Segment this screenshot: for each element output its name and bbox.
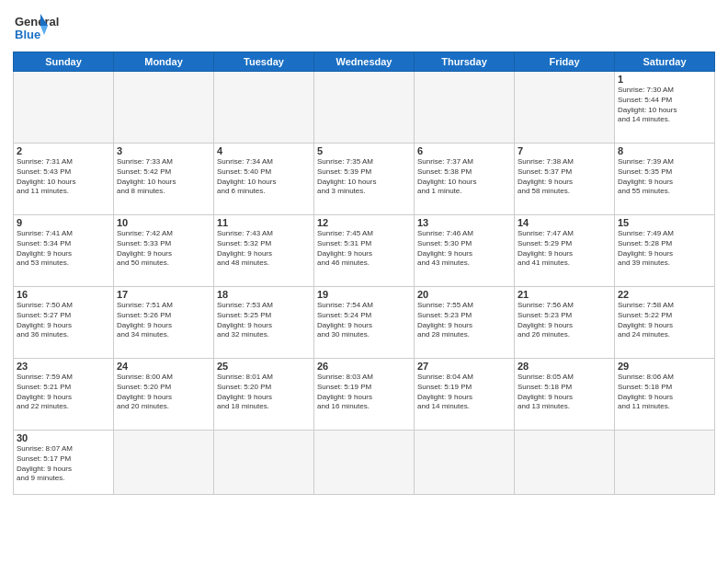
day-cell-30: 30Sunrise: 8:07 AM Sunset: 5:17 PM Dayli… [14, 431, 114, 495]
day-number: 5 [317, 145, 411, 156]
day-number: 27 [417, 361, 511, 372]
day-number: 7 [518, 145, 611, 156]
day-cell-27: 27Sunrise: 8:04 AM Sunset: 5:19 PM Dayli… [415, 359, 515, 431]
cell-text: Sunrise: 7:43 AM Sunset: 5:32 PM Dayligh… [217, 229, 311, 269]
week-row-4: 23Sunrise: 7:59 AM Sunset: 5:21 PM Dayli… [14, 359, 715, 431]
day-cell-15: 15Sunrise: 7:49 AM Sunset: 5:28 PM Dayli… [615, 215, 715, 287]
day-cell-8: 8Sunrise: 7:39 AM Sunset: 5:35 PM Daylig… [615, 144, 715, 215]
cell-text: Sunrise: 7:58 AM Sunset: 5:22 PM Dayligh… [618, 301, 711, 340]
day-header-monday: Monday [114, 52, 214, 72]
day-cell-10: 10Sunrise: 7:42 AM Sunset: 5:33 PM Dayli… [114, 215, 214, 287]
day-number: 20 [417, 289, 511, 300]
day-number: 14 [518, 217, 611, 228]
day-number: 9 [17, 217, 110, 228]
day-header-thursday: Thursday [415, 52, 515, 72]
day-number: 30 [17, 432, 110, 443]
cell-text: Sunrise: 7:31 AM Sunset: 5:43 PM Dayligh… [17, 157, 110, 197]
calendar-table: SundayMondayTuesdayWednesdayThursdayFrid… [13, 52, 715, 495]
day-cell-6: 6Sunrise: 7:37 AM Sunset: 5:38 PM Daylig… [415, 144, 515, 215]
day-cell-empty-5-4 [415, 431, 515, 495]
day-number: 17 [117, 289, 210, 300]
day-cell-17: 17Sunrise: 7:51 AM Sunset: 5:26 PM Dayli… [114, 287, 214, 359]
day-header-sunday: Sunday [14, 52, 114, 72]
cell-text: Sunrise: 7:46 AM Sunset: 5:30 PM Dayligh… [417, 229, 511, 269]
day-number: 3 [117, 145, 210, 156]
day-cell-1: 1Sunrise: 7:30 AM Sunset: 5:44 PM Daylig… [615, 72, 715, 144]
page: General Blue SundayMondayTuesdayWednesda… [0, 0, 728, 563]
cell-text: Sunrise: 8:05 AM Sunset: 5:18 PM Dayligh… [518, 373, 611, 412]
cell-text: Sunrise: 7:45 AM Sunset: 5:31 PM Dayligh… [317, 229, 411, 269]
day-number: 18 [217, 289, 311, 300]
day-number: 24 [117, 361, 210, 372]
day-number: 26 [317, 361, 411, 372]
day-cell-empty-0-3 [314, 72, 415, 144]
cell-text: Sunrise: 7:42 AM Sunset: 5:33 PM Dayligh… [117, 229, 210, 269]
svg-text:Blue: Blue [15, 28, 40, 41]
cell-text: Sunrise: 7:50 AM Sunset: 5:27 PM Dayligh… [17, 301, 110, 340]
day-cell-29: 29Sunrise: 8:06 AM Sunset: 5:18 PM Dayli… [615, 359, 715, 431]
day-cell-empty-5-2 [214, 431, 314, 495]
cell-text: Sunrise: 7:56 AM Sunset: 5:23 PM Dayligh… [518, 301, 611, 340]
day-cell-12: 12Sunrise: 7:45 AM Sunset: 5:31 PM Dayli… [314, 215, 415, 287]
cell-text: Sunrise: 8:07 AM Sunset: 5:17 PM Dayligh… [17, 444, 110, 484]
cell-text: Sunrise: 8:01 AM Sunset: 5:20 PM Dayligh… [217, 373, 311, 412]
day-cell-empty-0-0 [14, 72, 114, 144]
day-cell-empty-0-1 [114, 72, 214, 144]
day-cell-empty-0-4 [415, 72, 515, 144]
day-cell-3: 3Sunrise: 7:33 AM Sunset: 5:42 PM Daylig… [114, 144, 214, 215]
day-cell-empty-5-6 [615, 431, 715, 495]
cell-text: Sunrise: 7:54 AM Sunset: 5:24 PM Dayligh… [317, 301, 411, 340]
day-cell-5: 5Sunrise: 7:35 AM Sunset: 5:39 PM Daylig… [314, 144, 415, 215]
cell-text: Sunrise: 7:34 AM Sunset: 5:40 PM Dayligh… [217, 157, 311, 197]
cell-text: Sunrise: 7:55 AM Sunset: 5:23 PM Dayligh… [417, 301, 511, 340]
week-row-0: 1Sunrise: 7:30 AM Sunset: 5:44 PM Daylig… [14, 72, 715, 144]
day-number: 28 [518, 361, 611, 372]
day-number: 11 [217, 217, 311, 228]
cell-text: Sunrise: 7:38 AM Sunset: 5:37 PM Dayligh… [518, 157, 611, 197]
cell-text: Sunrise: 7:33 AM Sunset: 5:42 PM Dayligh… [117, 157, 210, 197]
cell-text: Sunrise: 7:30 AM Sunset: 5:44 PM Dayligh… [618, 86, 711, 125]
cell-text: Sunrise: 7:47 AM Sunset: 5:29 PM Dayligh… [518, 229, 611, 269]
day-number: 16 [17, 289, 110, 300]
logo-icon: General Blue [13, 9, 86, 46]
day-number: 2 [17, 145, 110, 156]
day-header-saturday: Saturday [615, 52, 715, 72]
day-header-wednesday: Wednesday [314, 52, 415, 72]
day-cell-18: 18Sunrise: 7:53 AM Sunset: 5:25 PM Dayli… [214, 287, 314, 359]
day-number: 10 [117, 217, 210, 228]
week-row-3: 16Sunrise: 7:50 AM Sunset: 5:27 PM Dayli… [14, 287, 715, 359]
day-number: 8 [618, 145, 711, 156]
day-cell-empty-0-5 [515, 72, 615, 144]
cell-text: Sunrise: 8:03 AM Sunset: 5:19 PM Dayligh… [317, 373, 411, 412]
day-number: 4 [217, 145, 311, 156]
day-header-friday: Friday [515, 52, 615, 72]
day-cell-26: 26Sunrise: 8:03 AM Sunset: 5:19 PM Dayli… [314, 359, 415, 431]
day-cell-4: 4Sunrise: 7:34 AM Sunset: 5:40 PM Daylig… [214, 144, 314, 215]
cell-text: Sunrise: 8:00 AM Sunset: 5:20 PM Dayligh… [117, 373, 210, 412]
week-row-5: 30Sunrise: 8:07 AM Sunset: 5:17 PM Dayli… [14, 431, 715, 495]
day-cell-21: 21Sunrise: 7:56 AM Sunset: 5:23 PM Dayli… [515, 287, 615, 359]
week-row-2: 9Sunrise: 7:41 AM Sunset: 5:34 PM Daylig… [14, 215, 715, 287]
day-cell-22: 22Sunrise: 7:58 AM Sunset: 5:22 PM Dayli… [615, 287, 715, 359]
day-cell-14: 14Sunrise: 7:47 AM Sunset: 5:29 PM Dayli… [515, 215, 615, 287]
day-cell-20: 20Sunrise: 7:55 AM Sunset: 5:23 PM Dayli… [415, 287, 515, 359]
day-cell-16: 16Sunrise: 7:50 AM Sunset: 5:27 PM Dayli… [14, 287, 114, 359]
day-cell-19: 19Sunrise: 7:54 AM Sunset: 5:24 PM Dayli… [314, 287, 415, 359]
day-header-tuesday: Tuesday [214, 52, 314, 72]
day-cell-empty-0-2 [214, 72, 314, 144]
day-number: 21 [518, 289, 611, 300]
day-number: 22 [618, 289, 711, 300]
cell-text: Sunrise: 7:49 AM Sunset: 5:28 PM Dayligh… [618, 229, 711, 269]
cell-text: Sunrise: 7:39 AM Sunset: 5:35 PM Dayligh… [618, 157, 711, 197]
day-number: 13 [417, 217, 511, 228]
header-row: SundayMondayTuesdayWednesdayThursdayFrid… [14, 52, 715, 72]
day-number: 29 [618, 361, 711, 372]
day-number: 19 [317, 289, 411, 300]
day-cell-9: 9Sunrise: 7:41 AM Sunset: 5:34 PM Daylig… [14, 215, 114, 287]
cell-text: Sunrise: 7:37 AM Sunset: 5:38 PM Dayligh… [417, 157, 511, 197]
svg-marker-3 [40, 26, 48, 35]
cell-text: Sunrise: 7:51 AM Sunset: 5:26 PM Dayligh… [117, 301, 210, 340]
day-cell-7: 7Sunrise: 7:38 AM Sunset: 5:37 PM Daylig… [515, 144, 615, 215]
day-cell-11: 11Sunrise: 7:43 AM Sunset: 5:32 PM Dayli… [214, 215, 314, 287]
cell-text: Sunrise: 7:35 AM Sunset: 5:39 PM Dayligh… [317, 157, 411, 197]
